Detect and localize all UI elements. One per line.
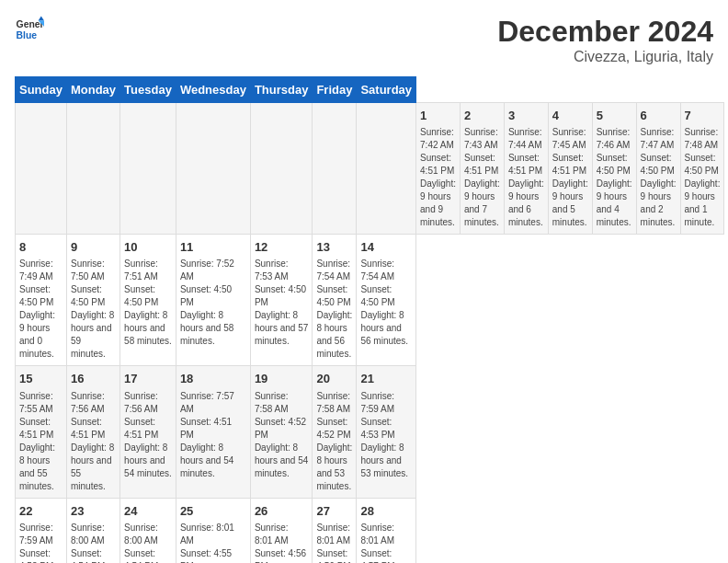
day-number: 16 bbox=[71, 371, 116, 387]
calendar-cell bbox=[357, 103, 416, 235]
day-number: 5 bbox=[597, 108, 632, 124]
calendar-week-row: 22Sunrise: 7:59 AMSunset: 4:53 PMDayligh… bbox=[16, 498, 724, 563]
day-info: Sunrise: 7:54 AMSunset: 4:50 PMDaylight:… bbox=[360, 258, 412, 348]
day-info: Sunrise: 7:50 AMSunset: 4:50 PMDaylight:… bbox=[71, 258, 116, 361]
calendar-cell: 5Sunrise: 7:46 AMSunset: 4:50 PMDaylight… bbox=[592, 103, 636, 235]
day-info: Sunrise: 7:49 AMSunset: 4:50 PMDaylight:… bbox=[19, 258, 63, 361]
day-number: 6 bbox=[641, 108, 677, 124]
day-number: 27 bbox=[316, 503, 352, 520]
day-number: 7 bbox=[685, 108, 721, 124]
day-info: Sunrise: 7:57 AMSunset: 4:51 PMDaylight:… bbox=[180, 390, 246, 480]
day-number: 10 bbox=[124, 239, 172, 256]
calendar-cell: 27Sunrise: 8:01 AMSunset: 4:56 PMDayligh… bbox=[313, 498, 357, 563]
header-sunday: Sunday bbox=[16, 77, 67, 103]
location-subtitle: Civezza, Liguria, Italy bbox=[497, 49, 713, 65]
day-info: Sunrise: 7:56 AMSunset: 4:51 PMDaylight:… bbox=[124, 390, 172, 480]
day-info: Sunrise: 8:00 AMSunset: 4:54 PMDaylight:… bbox=[124, 522, 172, 563]
calendar-cell: 15Sunrise: 7:55 AMSunset: 4:51 PMDayligh… bbox=[16, 366, 67, 498]
day-info: Sunrise: 8:01 AMSunset: 4:57 PMDaylight:… bbox=[360, 522, 412, 563]
day-number: 12 bbox=[255, 239, 309, 256]
calendar-cell: 16Sunrise: 7:56 AMSunset: 4:51 PMDayligh… bbox=[66, 366, 119, 498]
calendar-cell: 26Sunrise: 8:01 AMSunset: 4:56 PMDayligh… bbox=[250, 498, 313, 563]
day-info: Sunrise: 7:58 AMSunset: 4:52 PMDaylight:… bbox=[255, 390, 309, 480]
calendar-cell bbox=[120, 103, 176, 235]
day-number: 3 bbox=[508, 108, 544, 124]
calendar-header-row: SundayMondayTuesdayWednesdayThursdayFrid… bbox=[16, 77, 724, 103]
logo: General Blue bbox=[15, 15, 44, 44]
calendar-cell: 25Sunrise: 8:01 AMSunset: 4:55 PMDayligh… bbox=[176, 498, 250, 563]
day-info: Sunrise: 7:51 AMSunset: 4:50 PMDaylight:… bbox=[124, 258, 172, 348]
header-tuesday: Tuesday bbox=[120, 77, 176, 103]
day-number: 14 bbox=[360, 239, 412, 256]
day-info: Sunrise: 7:56 AMSunset: 4:51 PMDaylight:… bbox=[71, 390, 116, 493]
day-info: Sunrise: 7:45 AMSunset: 4:51 PMDaylight:… bbox=[552, 126, 588, 229]
calendar-cell: 23Sunrise: 8:00 AMSunset: 4:54 PMDayligh… bbox=[66, 498, 119, 563]
header-friday: Friday bbox=[313, 77, 357, 103]
calendar-week-row: 1Sunrise: 7:42 AMSunset: 4:51 PMDaylight… bbox=[16, 103, 724, 235]
calendar-cell: 17Sunrise: 7:56 AMSunset: 4:51 PMDayligh… bbox=[120, 366, 176, 498]
calendar-cell: 2Sunrise: 7:43 AMSunset: 4:51 PMDaylight… bbox=[460, 103, 504, 235]
calendar-cell: 18Sunrise: 7:57 AMSunset: 4:51 PMDayligh… bbox=[176, 366, 250, 498]
calendar-cell: 11Sunrise: 7:52 AMSunset: 4:50 PMDayligh… bbox=[176, 235, 250, 366]
calendar-cell: 13Sunrise: 7:54 AMSunset: 4:50 PMDayligh… bbox=[313, 235, 357, 366]
calendar-cell: 4Sunrise: 7:45 AMSunset: 4:51 PMDaylight… bbox=[548, 103, 592, 235]
day-number: 19 bbox=[255, 371, 309, 387]
day-number: 2 bbox=[464, 108, 500, 124]
day-info: Sunrise: 8:01 AMSunset: 4:56 PMDaylight:… bbox=[255, 522, 309, 563]
day-number: 15 bbox=[19, 371, 63, 387]
day-number: 13 bbox=[316, 239, 352, 256]
month-title: December 2024 bbox=[497, 15, 713, 49]
calendar-week-row: 8Sunrise: 7:49 AMSunset: 4:50 PMDaylight… bbox=[16, 235, 724, 366]
day-info: Sunrise: 7:59 AMSunset: 4:53 PMDaylight:… bbox=[19, 522, 63, 563]
day-number: 21 bbox=[360, 371, 412, 387]
day-number: 8 bbox=[19, 239, 63, 256]
day-info: Sunrise: 7:43 AMSunset: 4:51 PMDaylight:… bbox=[464, 126, 500, 229]
day-info: Sunrise: 8:01 AMSunset: 4:56 PMDaylight:… bbox=[316, 522, 352, 563]
calendar-cell: 3Sunrise: 7:44 AMSunset: 4:51 PMDaylight… bbox=[504, 103, 548, 235]
svg-marker-2 bbox=[39, 17, 44, 21]
day-info: Sunrise: 7:47 AMSunset: 4:50 PMDaylight:… bbox=[641, 126, 677, 229]
calendar-cell: 19Sunrise: 7:58 AMSunset: 4:52 PMDayligh… bbox=[250, 366, 313, 498]
svg-text:Blue: Blue bbox=[17, 30, 38, 40]
calendar-cell: 22Sunrise: 7:59 AMSunset: 4:53 PMDayligh… bbox=[16, 498, 67, 563]
day-number: 1 bbox=[420, 108, 456, 124]
day-info: Sunrise: 7:48 AMSunset: 4:50 PMDaylight:… bbox=[685, 126, 721, 229]
day-number: 11 bbox=[180, 239, 246, 256]
day-number: 22 bbox=[19, 503, 63, 520]
day-info: Sunrise: 8:00 AMSunset: 4:54 PMDaylight:… bbox=[71, 522, 116, 563]
calendar-cell: 20Sunrise: 7:58 AMSunset: 4:52 PMDayligh… bbox=[313, 366, 357, 498]
calendar-cell: 7Sunrise: 7:48 AMSunset: 4:50 PMDaylight… bbox=[680, 103, 724, 235]
header-thursday: Thursday bbox=[250, 77, 313, 103]
title-block: December 2024 Civezza, Liguria, Italy bbox=[497, 15, 713, 65]
calendar-cell: 8Sunrise: 7:49 AMSunset: 4:50 PMDaylight… bbox=[16, 235, 67, 366]
day-number: 9 bbox=[71, 239, 116, 256]
calendar-cell: 21Sunrise: 7:59 AMSunset: 4:53 PMDayligh… bbox=[357, 366, 416, 498]
day-number: 24 bbox=[124, 503, 172, 520]
calendar-cell: 1Sunrise: 7:42 AMSunset: 4:51 PMDaylight… bbox=[416, 103, 461, 235]
calendar-table: SundayMondayTuesdayWednesdayThursdayFrid… bbox=[15, 76, 724, 563]
day-number: 4 bbox=[552, 108, 588, 124]
day-info: Sunrise: 7:53 AMSunset: 4:50 PMDaylight:… bbox=[255, 258, 309, 348]
logo-icon: General Blue bbox=[15, 15, 44, 44]
day-info: Sunrise: 7:46 AMSunset: 4:50 PMDaylight:… bbox=[597, 126, 632, 229]
calendar-cell: 12Sunrise: 7:53 AMSunset: 4:50 PMDayligh… bbox=[250, 235, 313, 366]
day-info: Sunrise: 7:42 AMSunset: 4:51 PMDaylight:… bbox=[420, 126, 456, 229]
day-number: 17 bbox=[124, 371, 172, 387]
calendar-cell bbox=[250, 103, 313, 235]
day-info: Sunrise: 8:01 AMSunset: 4:55 PMDaylight:… bbox=[180, 522, 246, 563]
calendar-cell bbox=[16, 103, 67, 235]
calendar-cell bbox=[66, 103, 119, 235]
day-info: Sunrise: 7:55 AMSunset: 4:51 PMDaylight:… bbox=[19, 390, 63, 493]
calendar-cell: 14Sunrise: 7:54 AMSunset: 4:50 PMDayligh… bbox=[357, 235, 416, 366]
day-number: 25 bbox=[180, 503, 246, 520]
day-info: Sunrise: 7:58 AMSunset: 4:52 PMDaylight:… bbox=[316, 390, 352, 493]
day-number: 26 bbox=[255, 503, 309, 520]
calendar-cell: 6Sunrise: 7:47 AMSunset: 4:50 PMDaylight… bbox=[636, 103, 680, 235]
calendar-cell: 10Sunrise: 7:51 AMSunset: 4:50 PMDayligh… bbox=[120, 235, 176, 366]
day-info: Sunrise: 7:59 AMSunset: 4:53 PMDaylight:… bbox=[360, 390, 412, 480]
header-monday: Monday bbox=[66, 77, 119, 103]
calendar-cell: 24Sunrise: 8:00 AMSunset: 4:54 PMDayligh… bbox=[120, 498, 176, 563]
calendar-cell: 9Sunrise: 7:50 AMSunset: 4:50 PMDaylight… bbox=[66, 235, 119, 366]
header-wednesday: Wednesday bbox=[176, 77, 250, 103]
day-number: 28 bbox=[360, 503, 412, 520]
